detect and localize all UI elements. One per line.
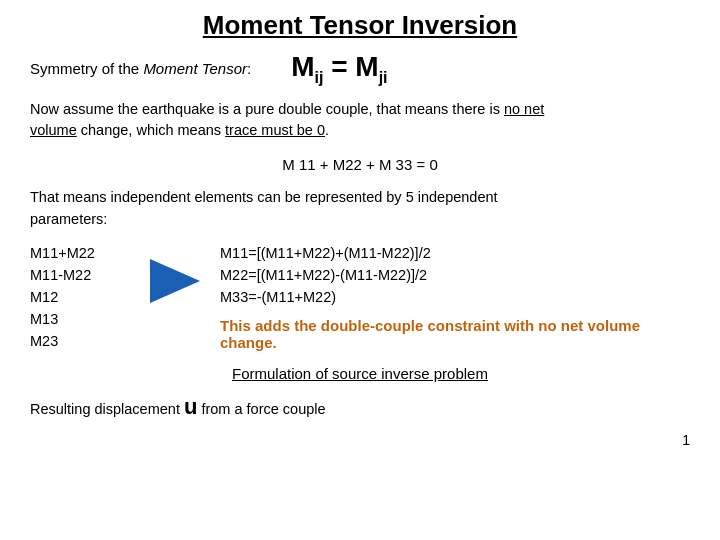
symmetry-row: Symmetry of the Moment Tensor: Mij = Mji [30,51,690,87]
formula-m22: M22=[(M11+M22)-(M11-M22)]/2 [220,267,690,283]
formula-m11: M11=[(M11+M22)+(M11-M22)]/2 [220,245,690,261]
param-m13: M13 [30,311,130,327]
mij-formula: Mij = Mji [291,51,387,87]
page-title: Moment Tensor Inversion [30,10,690,41]
blue-arrow-icon [150,259,200,303]
param-m11-m22: M11+M22 [30,245,130,261]
params-left: M11+M22 M11-M22 M12 M13 M23 [30,245,130,349]
param-m11-minus-m22: M11-M22 [30,267,130,283]
orange-constraint-text: This adds the double-couple constraint w… [220,311,690,351]
independent-text: That means independent elements can be r… [30,187,690,231]
param-m12: M12 [30,289,130,305]
params-section: M11+M22 M11-M22 M12 M13 M23 M11=[(M11+M2… [30,245,690,351]
param-m23: M23 [30,333,130,349]
symmetry-text: Symmetry of the Moment Tensor: [30,60,251,77]
displacement-text: Resulting displacement u from a force co… [30,394,690,420]
formula-m33: M33=-(M11+M22) [220,289,690,305]
page-number: 1 [30,432,690,448]
blue-arrow-block [150,245,200,303]
formulation-link[interactable]: Formulation of source inverse problem [30,365,690,382]
zero-sum-formula: M 11 + M22 + M 33 = 0 [30,156,690,173]
intro-paragraph: Now assume the earthquake is a pure doub… [30,99,690,143]
